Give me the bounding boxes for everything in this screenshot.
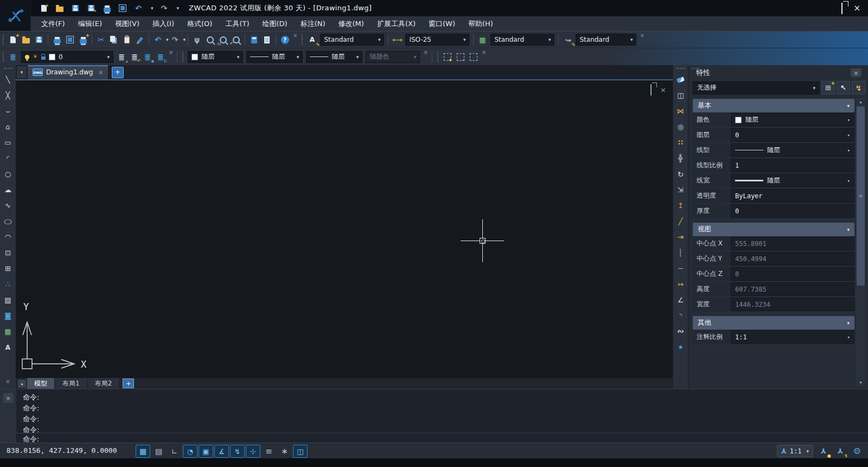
layer-field[interactable]: 0 [731, 128, 854, 142]
ungroup-button[interactable]: − [454, 51, 467, 64]
toolbar-close-icon[interactable] [169, 49, 173, 55]
open-button[interactable] [55, 3, 65, 13]
table-style-button[interactable] [476, 33, 489, 46]
menu-express-tools[interactable]: 扩展工具(X) [371, 17, 422, 31]
undo-button[interactable] [151, 33, 164, 46]
break-at-point-tool[interactable] [674, 245, 687, 261]
hatch-tool[interactable] [2, 292, 15, 308]
selection-cycling-toggle[interactable] [293, 445, 308, 458]
circle-tool[interactable] [2, 166, 15, 182]
color-field[interactable]: 随层 [731, 113, 854, 127]
properties-palette-button[interactable] [260, 33, 273, 46]
zoom-window-button[interactable]: ▭ [216, 33, 229, 46]
add-layout-button[interactable] [123, 378, 134, 388]
menu-edit[interactable]: 编辑(E) [72, 17, 108, 31]
toolbar-grip[interactable] [676, 68, 685, 69]
menu-draw[interactable]: 绘图(D) [257, 17, 293, 31]
toolbar-grip[interactable] [3, 52, 4, 62]
dim-style-button[interactable] [391, 33, 404, 46]
region-tool[interactable] [2, 308, 15, 324]
scale-tool[interactable] [674, 182, 687, 198]
layer-manager-button[interactable] [7, 51, 20, 64]
move-tool[interactable] [674, 150, 687, 166]
auto-annotate-button[interactable]: ↯ [834, 445, 847, 457]
toolbar-grip[interactable] [4, 68, 12, 69]
menu-dimension[interactable]: 标注(N) [295, 17, 331, 31]
ortho-toggle[interactable] [167, 445, 182, 458]
panel-grip[interactable] [692, 68, 699, 69]
offset-tool[interactable] [674, 119, 687, 135]
zoom-previous-button[interactable]: ↶ [229, 33, 242, 46]
print-button[interactable] [50, 33, 63, 46]
linetype-field[interactable]: 随层 [731, 143, 854, 157]
close-button[interactable] [853, 4, 860, 12]
plot-preview-button[interactable] [63, 33, 76, 46]
fillet-tool[interactable] [674, 308, 687, 324]
doc-close-button[interactable] [660, 86, 666, 93]
mtext-tool[interactable] [2, 339, 15, 355]
drawing-canvas[interactable]: Y X [16, 79, 673, 378]
menu-format[interactable]: 格式(O) [181, 17, 218, 31]
toolbar-close-icon[interactable] [423, 49, 427, 55]
open-button[interactable] [20, 33, 33, 46]
copy-button[interactable] [107, 33, 120, 46]
annotation-scale-field[interactable]: 1:1 [731, 330, 854, 344]
document-tab-drawing1[interactable]: Drawing1.dwg [28, 65, 108, 79]
toolbar-close-icon[interactable] [640, 33, 644, 39]
new-button[interactable] [39, 3, 49, 13]
doc-restore-button[interactable] [650, 85, 652, 95]
menu-window[interactable]: 窗口(W) [423, 17, 461, 31]
dynamic-input-toggle[interactable] [246, 445, 260, 458]
text-style-button[interactable] [305, 33, 318, 46]
paste-button[interactable] [120, 33, 133, 46]
ellipse-arc-tool[interactable] [2, 229, 15, 245]
otrack-toggle[interactable] [214, 445, 229, 458]
layout-tab-layout1[interactable]: 布局1 [55, 378, 87, 389]
layer-previous-button[interactable] [128, 51, 141, 64]
redo-button[interactable] [169, 33, 182, 46]
quick-select-button[interactable] [821, 81, 835, 94]
print-button[interactable] [102, 3, 112, 13]
save-as-button[interactable] [86, 3, 96, 13]
layer-unisolate-button[interactable] [154, 51, 167, 64]
toolbar-close-icon[interactable] [5, 378, 10, 384]
freeze-sun-icon[interactable] [33, 54, 38, 60]
scroll-down-icon[interactable] [856, 378, 865, 387]
menu-help[interactable]: 帮助(H) [462, 17, 499, 31]
annotation-monitor-toggle[interactable] [277, 445, 292, 458]
help-button[interactable] [278, 33, 291, 46]
chamfer-tool[interactable] [674, 292, 687, 308]
make-object-layer-current-button[interactable] [115, 51, 128, 64]
revision-cloud-tool[interactable] [2, 182, 15, 198]
new-tab-button[interactable] [112, 67, 124, 78]
table-tool[interactable] [2, 324, 15, 339]
save-button[interactable] [33, 33, 46, 46]
bulb-on-icon[interactable] [25, 55, 29, 59]
join-tool[interactable] [674, 276, 687, 292]
spline-tool[interactable] [2, 198, 15, 213]
toolbar-grip[interactable] [302, 35, 303, 45]
table-style-select[interactable]: Standard [490, 34, 554, 46]
explode-tool[interactable] [674, 339, 687, 355]
mleader-style-button[interactable] [561, 33, 574, 46]
plot-preview-button[interactable] [118, 3, 127, 13]
linetype-select[interactable]: 随层 [246, 51, 303, 63]
dynamic-ucs-toggle[interactable] [230, 445, 245, 458]
dim-style-select[interactable]: ISO-25 [405, 34, 469, 46]
rectangle-tool[interactable] [2, 135, 15, 150]
undo-dropdown-caret[interactable] [166, 37, 169, 42]
transparency-field[interactable]: ByLayer [731, 189, 854, 203]
layer-select[interactable]: 0 [21, 51, 113, 63]
stretch-tool[interactable] [674, 198, 687, 213]
toolbar-grip[interactable] [182, 52, 183, 62]
array-tool[interactable] [674, 135, 687, 150]
grid-toggle[interactable] [136, 445, 150, 458]
redo-dropdown-caret[interactable] [177, 5, 180, 11]
break-tool[interactable] [674, 261, 687, 276]
construction-line-tool[interactable] [2, 87, 15, 103]
toolbar-grip[interactable] [437, 52, 438, 62]
section-view-header[interactable]: 视图 [693, 223, 854, 236]
toolbar-grip[interactable] [3, 35, 4, 45]
pan-button[interactable] [190, 33, 203, 46]
osnap-toggle[interactable] [199, 445, 213, 458]
